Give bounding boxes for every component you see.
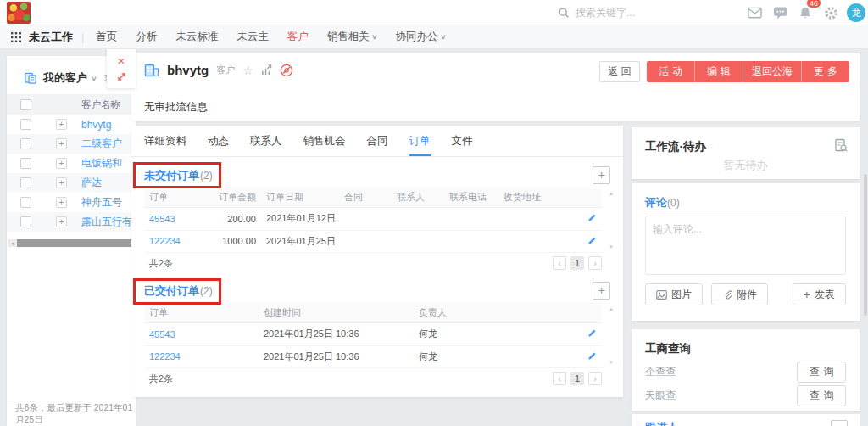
nav-item-home[interactable]: 首页 <box>96 30 117 44</box>
customer-link[interactable]: 露山五行有限 <box>81 215 136 229</box>
expand-row-icon[interactable]: + <box>56 197 67 208</box>
app-logo[interactable] <box>7 2 31 24</box>
mail-icon[interactable] <box>742 0 767 25</box>
tab-orders[interactable]: 订单 <box>409 126 431 156</box>
apps-grid-icon[interactable] <box>11 32 21 42</box>
scroll-up-icon[interactable]: ▲ <box>609 191 614 196</box>
edit-pencil-icon[interactable] <box>587 351 597 361</box>
search-input[interactable] <box>576 7 677 19</box>
tab-details[interactable]: 详细资料 <box>144 126 186 156</box>
order-link[interactable]: 45543 <box>149 329 175 339</box>
scroll-down-icon[interactable]: ▼ <box>609 244 614 249</box>
edit-pencil-icon[interactable] <box>587 213 597 222</box>
row-checkbox[interactable] <box>20 216 31 227</box>
column-header-name: 客户名称 <box>81 98 120 111</box>
customer-link[interactable]: 二级客户 <box>81 137 122 151</box>
seal-alert-icon[interactable] <box>280 64 293 77</box>
horizontal-scrollbar[interactable]: ◄ <box>8 239 136 247</box>
row-checkbox[interactable] <box>20 119 31 130</box>
tab-activity[interactable]: 动态 <box>208 126 229 156</box>
list-title[interactable]: 我的客户 <box>43 70 87 86</box>
transfer-stats-icon[interactable] <box>261 64 272 76</box>
customer-link[interactable]: 电饭锅和 <box>81 156 122 171</box>
nav-item-main[interactable]: 未云主 <box>236 30 269 44</box>
detail-tabs: 详细资料 动态 联系人 销售机会 合同 订单 文件 <box>131 126 623 157</box>
nav-item-analysis[interactable]: 分析 <box>136 30 157 44</box>
close-icon[interactable]: × <box>118 55 125 67</box>
settings-gear-icon[interactable] <box>818 0 843 25</box>
page-next-button[interactable]: › <box>588 372 602 385</box>
paperclip-icon <box>722 289 732 300</box>
row-checkbox[interactable] <box>20 158 31 169</box>
expand-row-icon[interactable]: + <box>56 138 67 149</box>
table-row: 122234 1000.00 2021年01月25日 <box>144 231 602 254</box>
attachment-button[interactable]: 附件 <box>711 283 768 305</box>
workflow-search-icon[interactable] <box>834 138 848 152</box>
page-prev-button[interactable]: ‹ <box>553 256 566 270</box>
edit-pencil-icon[interactable] <box>587 236 597 245</box>
customer-link[interactable]: bhvytg <box>81 119 111 131</box>
workspace-brand[interactable]: 未云工作 <box>29 30 73 45</box>
workflow-empty-text: 暂无待办 <box>632 158 860 173</box>
customer-link[interactable]: 萨达 <box>81 176 102 190</box>
customer-row: +二级客户 <box>7 134 136 154</box>
page-number[interactable]: 1 <box>570 256 584 270</box>
expand-row-icon[interactable]: + <box>56 119 67 130</box>
tab-opportunities[interactable]: 销售机会 <box>303 126 346 156</box>
expand-row-icon[interactable]: + <box>56 158 67 169</box>
chevron-down-icon[interactable]: ∨ <box>91 75 97 82</box>
scroll-down-icon[interactable]: ▼ <box>609 360 614 365</box>
return-to-pool-button[interactable]: 退回公海 <box>743 61 801 82</box>
activity-button[interactable]: 活动 <box>647 61 694 82</box>
row-checkbox[interactable] <box>20 177 31 188</box>
user-avatar[interactable]: 龙 <box>847 3 865 22</box>
edit-pencil-icon[interactable] <box>587 328 597 338</box>
more-button[interactable]: 更多 <box>801 61 849 82</box>
favorite-star-icon[interactable]: ☆ <box>242 64 253 76</box>
add-order-button[interactable]: + <box>593 166 610 184</box>
workflow-todo-card: 工作流·待办 暂无待办 <box>632 127 860 179</box>
notifications-bell-icon[interactable]: 46 <box>793 0 818 25</box>
add-button-clipped[interactable] <box>831 420 848 426</box>
image-button[interactable]: 图片 <box>645 283 703 305</box>
tab-files[interactable]: 文件 <box>452 126 473 156</box>
order-link[interactable]: 45543 <box>149 214 175 224</box>
lookup-button[interactable]: 查询 <box>797 362 846 383</box>
expand-row-icon[interactable]: + <box>56 177 67 188</box>
lookup-button[interactable]: 查询 <box>797 385 846 406</box>
page-scrollbar[interactable] <box>864 174 867 316</box>
order-link[interactable]: 122234 <box>149 351 181 362</box>
plus-icon: + <box>804 288 810 301</box>
edit-button[interactable]: 编辑 <box>694 61 743 82</box>
tab-contracts[interactable]: 合同 <box>367 126 388 156</box>
nav-item-standard[interactable]: 未云标准 <box>175 30 218 44</box>
table-row: 122234 2021年01月25日 10:36 何龙 <box>144 346 602 369</box>
comment-input[interactable] <box>645 216 846 275</box>
comments-card: 评论(0) 图片 附件 + 发表 <box>632 183 860 321</box>
customer-table-header: 客户名称 <box>7 94 136 115</box>
chat-icon[interactable] <box>767 0 793 25</box>
order-link[interactable]: 122234 <box>149 236 181 246</box>
select-all-checkbox[interactable] <box>20 99 31 110</box>
post-comment-button[interactable]: + 发表 <box>793 283 846 305</box>
nav-item-sales[interactable]: 销售相关∨ <box>327 30 377 44</box>
table-footer: 共2条 ‹ 1 › <box>144 253 602 273</box>
expand-diagonal-icon[interactable] <box>116 71 127 82</box>
add-delivered-order-button[interactable]: + <box>593 282 610 300</box>
scroll-up-icon[interactable]: ▲ <box>609 306 614 311</box>
expand-row-icon[interactable]: + <box>56 216 67 227</box>
nav-item-collaboration[interactable]: 协同办公∨ <box>396 30 446 44</box>
scrollbar-thumb[interactable] <box>17 239 134 247</box>
scroll-left-icon[interactable]: ◄ <box>8 241 17 246</box>
tab-contacts[interactable]: 联系人 <box>250 126 282 156</box>
row-checkbox[interactable] <box>20 138 31 149</box>
page-next-button[interactable]: › <box>588 256 602 270</box>
nav-item-customers[interactable]: 客户 <box>287 30 309 44</box>
row-checkbox[interactable] <box>20 197 31 208</box>
global-search[interactable] <box>558 3 677 22</box>
page-prev-button[interactable]: ‹ <box>553 372 566 385</box>
back-button[interactable]: 返回 <box>599 61 640 82</box>
customer-link[interactable]: 神舟五号 <box>81 195 122 210</box>
undelivered-orders-title: 未交付订单(2) <box>144 168 213 183</box>
page-number[interactable]: 1 <box>570 372 584 385</box>
